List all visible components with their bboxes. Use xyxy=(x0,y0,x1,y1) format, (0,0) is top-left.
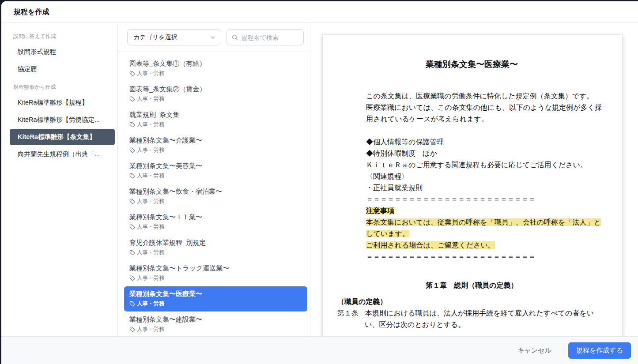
list-item[interactable]: 図表等_条文集②（賃金） 人事・労務 xyxy=(124,82,307,107)
list-item-tag-label: 人事・労務 xyxy=(137,172,165,180)
sidebar-section-questions: 設問に答えて作成 設問形式規程 協定届 xyxy=(1,33,117,77)
category-select[interactable]: カテゴリを選択 xyxy=(127,29,221,45)
chapter-heading: 第１章 総則（職員の定義） xyxy=(337,280,606,291)
tag-icon xyxy=(129,224,135,230)
document-paper: 業種別条文集〜医療業〜 この条文集は、医療業職の労働条件に特化した規定例（条文集… xyxy=(322,34,623,336)
tag-icon xyxy=(129,96,135,102)
list-item[interactable]: 業種別条文集〜美容業〜 人事・労務 xyxy=(124,158,307,184)
divider-line: ＝＝＝＝＝＝＝＝＝＝＝＝＝＝＝＝＝＝＝＝＝＝＝＝ xyxy=(366,251,606,263)
tag-icon xyxy=(129,122,135,128)
notice-line: ご利用される場合は、ご留意ください。 xyxy=(366,240,606,251)
page-title: 規程を作成 xyxy=(14,8,49,17)
chevron-down-icon xyxy=(210,35,215,40)
sidebar-item-kitera-roushi[interactable]: KiteRa標準雛形【労使協定... xyxy=(10,112,115,128)
divider-line: ＝＝＝＝＝＝＝＝＝＝＝＝＝＝＝＝＝＝＝＝＝＝＝＝ xyxy=(366,194,606,205)
list-item-tag-label: 人事・労務 xyxy=(137,249,165,256)
sidebar-section-label: 設問に答えて作成 xyxy=(1,33,117,40)
list-item[interactable]: 業種別条文集〜介護業〜 人事・労務 xyxy=(124,133,307,158)
regulation-list: 図表等_条文集①（有給） 人事・労務 図表等_条文集②（賃金） 人事・労務 就業… xyxy=(118,52,310,336)
list-item[interactable]: 就業規則_条文集 人事・労務 xyxy=(124,107,307,132)
intro-paragraph: この条文集は、医療業職の労働条件に特化した規定例（条文集）です。 xyxy=(366,90,606,102)
list-item-title: 業種別条文集〜トラック運送業〜 xyxy=(129,264,303,273)
list-item-tag-label: 人事・労務 xyxy=(137,198,165,205)
list-item-tag-label: 人事・労務 xyxy=(137,326,165,333)
template-type-sidebar: 設問に答えて作成 設問形式規程 協定届 規程雛形から作成 KiteRa標準雛形【… xyxy=(1,23,117,336)
list-item-title: 業種別条文集〜建設業〜 xyxy=(129,315,303,324)
list-item-tag-label: 人事・労務 xyxy=(137,70,165,77)
intro-paragraph: 医療業職においては、この条文集の他にも、以下のような規定例が多く採用されているケ… xyxy=(366,102,606,125)
list-item-title: 就業規則_条文集 xyxy=(129,111,303,119)
search-icon xyxy=(232,34,238,41)
tag-icon xyxy=(129,250,135,255)
create-regulation-modal: 規程を作成 設問に答えて作成 設問形式規程 協定届 規程雛形から作成 KiteR… xyxy=(1,1,638,364)
list-item[interactable]: 業種別条文集〜飲食・宿泊業〜 人事・労務 xyxy=(124,184,307,209)
list-item-title: 図表等_条文集②（賃金） xyxy=(129,85,303,94)
list-item-title: 業種別条文集〜介護業〜 xyxy=(129,136,303,145)
list-item-title: 業種別条文集〜ＩＴ業〜 xyxy=(129,213,303,221)
list-item[interactable]: 図表等_条文集①（有給） 人事・労務 xyxy=(124,56,307,81)
list-item-selected-medical[interactable]: 業種別条文集〜医療業〜 人事・労務 xyxy=(124,286,307,311)
notice-title: 注意事項 xyxy=(366,205,606,217)
notice-line: 本条文集においては、従業員の呼称を「職員」、会社の呼称を「法人」としています。 xyxy=(366,217,606,240)
tag-icon xyxy=(129,147,135,153)
article-number: 第１条 xyxy=(337,309,359,317)
list-item-title: 図表等_条文集①（有給） xyxy=(129,60,303,68)
sidebar-item-kitera-kitei[interactable]: KiteRa標準雛形【規程】 xyxy=(10,94,115,111)
tag-icon xyxy=(129,301,135,307)
tag-icon xyxy=(129,275,135,281)
list-item-title: 業種別条文集〜医療業〜 xyxy=(129,290,303,298)
list-item-tag-label: 人事・労務 xyxy=(137,95,165,103)
list-item-title: 業種別条文集〜飲食・宿泊業〜 xyxy=(129,188,303,196)
list-item-title: 業種別条文集〜美容業〜 xyxy=(129,162,303,170)
list-item[interactable]: 育児介護休業規程_別規定 人事・労務 xyxy=(124,235,307,260)
article-paragraph: 第１条本規則における職員は、法人が採用手続を経て雇入れたすべての者をいい、区分は… xyxy=(337,308,606,330)
list-item-tag-label: 人事・労務 xyxy=(137,223,165,231)
tag-icon xyxy=(129,71,135,76)
list-item-tag-label: 人事・労務 xyxy=(137,274,165,282)
kitera-note-line: ＫｉｔｅＲａのご用意する関連規程も必要に応じてご活用ください。 xyxy=(366,159,606,171)
sidebar-section-templates: 規程雛形から作成 KiteRa標準雛形【規程】 KiteRa標準雛形【労使協定.… xyxy=(1,83,117,162)
modal-header: 規程を作成 xyxy=(1,1,638,23)
regulation-list-panel: カテゴリを選択 図表等_条文集①（有給） 人事・労務 図表等_条文集②（賃金） xyxy=(117,23,310,336)
document-title: 業種別条文集〜医療業〜 xyxy=(337,59,606,70)
article-caption: （職員の定義） xyxy=(337,296,606,308)
bullet-line: ◆個人情報等の保護管理 xyxy=(366,136,606,148)
list-item-tag-label: 人事・労務 xyxy=(137,121,165,128)
article-text: 本規則における職員は、法人が採用手続を経て雇入れたすべての者をいい、区分は次のと… xyxy=(365,309,594,328)
modal-footer: キャンセル 規程を作成する xyxy=(1,336,638,364)
list-filters: カテゴリを選択 xyxy=(118,23,310,52)
modal-body: 設問に答えて作成 設問形式規程 協定届 規程雛形から作成 KiteRa標準雛形【… xyxy=(1,23,638,336)
cancel-button[interactable]: キャンセル xyxy=(513,343,556,358)
document-content: 業種別条文集〜医療業〜 この条文集は、医療業職の労働条件に特化した規定例（条文集… xyxy=(323,35,622,330)
document-preview-pane[interactable]: 業種別条文集〜医療業〜 この条文集は、医療業職の労働条件に特化した規定例（条文集… xyxy=(310,23,638,336)
tag-icon xyxy=(129,326,135,332)
search-box xyxy=(227,29,304,45)
related-item: ・正社員就業規則 xyxy=(366,182,606,194)
sidebar-item-mukai-ran[interactable]: 向井蘭先生規程例（出典「... xyxy=(10,146,115,162)
tag-icon xyxy=(129,199,135,204)
list-item-tag-label: 人事・労務 xyxy=(137,300,165,308)
list-item-tag-label: 人事・労務 xyxy=(137,146,165,154)
sidebar-item-question-format[interactable]: 設問形式規程 xyxy=(10,44,115,60)
sidebar-item-kitera-joubun[interactable]: KiteRa標準雛形【条文集】 xyxy=(10,129,115,145)
tag-icon xyxy=(129,173,135,179)
related-heading: 〈関連規程〉 xyxy=(366,171,606,182)
list-item[interactable]: 業種別条文集〜トラック運送業〜 人事・労務 xyxy=(124,261,307,286)
bullet-line: ◆特別休暇制度 ほか xyxy=(366,148,606,159)
list-item[interactable]: 業種別条文集〜ＩＴ業〜 人事・労務 xyxy=(124,210,307,235)
search-input[interactable] xyxy=(242,34,299,41)
document-intro-block: この条文集は、医療業職の労働条件に特化した規定例（条文集）です。 医療業職におい… xyxy=(366,90,606,263)
create-regulation-button[interactable]: 規程を作成する xyxy=(568,342,631,359)
sidebar-item-agreement-report[interactable]: 協定届 xyxy=(10,61,115,77)
sidebar-section-label: 規程雛形から作成 xyxy=(1,83,117,91)
category-select-value: カテゴリを選択 xyxy=(133,34,177,41)
list-item-title: 育児介護休業規程_別規定 xyxy=(129,239,303,247)
list-item[interactable]: 業種別条文集〜建設業〜 人事・労務 xyxy=(124,312,307,336)
